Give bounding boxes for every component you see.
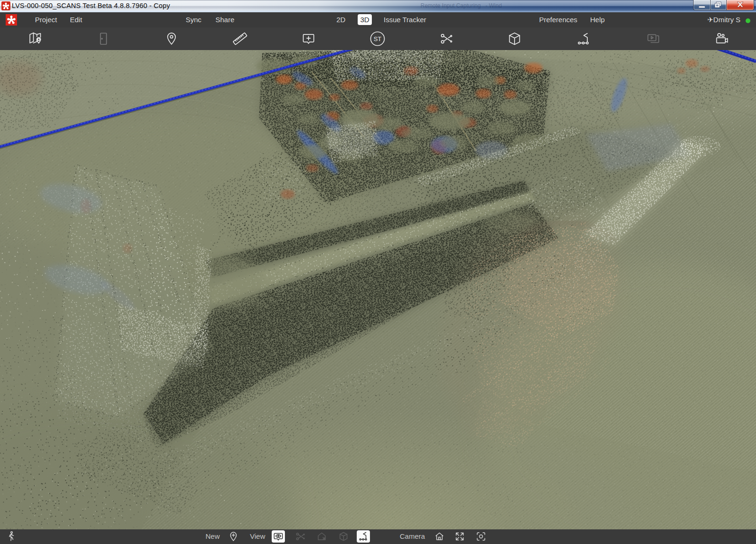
svg-text:ST: ST [374,35,382,42]
